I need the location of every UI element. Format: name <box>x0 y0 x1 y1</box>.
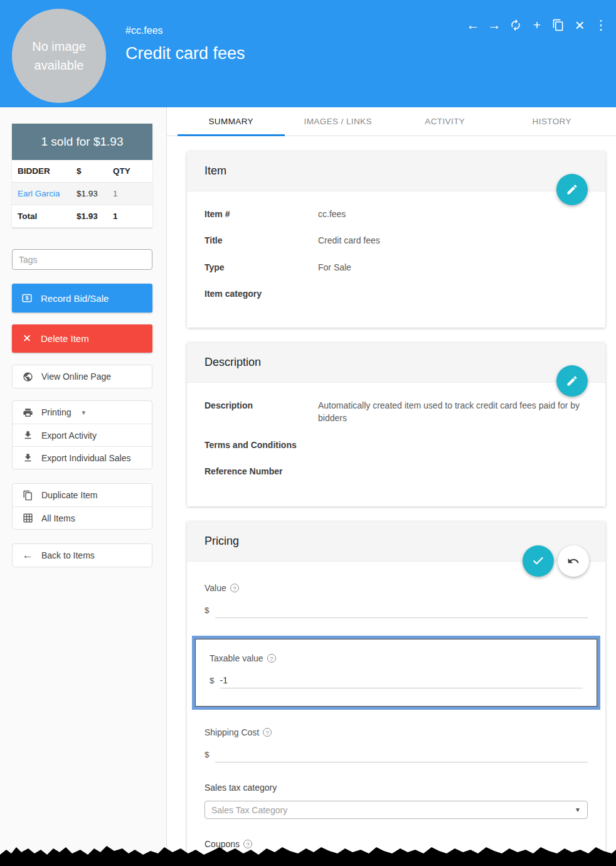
add-icon[interactable]: + <box>529 16 544 34</box>
header-toolbar: ← → + × ⋮ <box>465 16 608 34</box>
back-to-items-button[interactable]: ← Back to Items <box>13 544 152 567</box>
field-item-number: Item # cc.fees <box>204 208 588 220</box>
export-individual-sales-label: Export Individual Sales <box>41 453 130 463</box>
sales-tax-placeholder: Sales Tax Category <box>211 805 287 815</box>
tab-activity[interactable]: ACTIVITY <box>391 107 499 136</box>
pencil-icon <box>566 375 578 387</box>
sales-tax-label: Sales tax category <box>204 783 277 793</box>
close-icon[interactable]: × <box>572 16 587 34</box>
value-input[interactable] <box>215 602 588 618</box>
item-actions-group: Duplicate Item All Items <box>12 483 152 530</box>
more-vertical-icon[interactable]: ⋮ <box>593 16 608 34</box>
pencil-icon <box>566 183 578 196</box>
download-icon <box>22 452 33 464</box>
printing-button[interactable]: Printing ▾ <box>13 401 152 424</box>
printer-icon <box>22 407 33 418</box>
check-icon <box>532 555 544 567</box>
sales-tax-select[interactable]: Sales Tax Category ▼ <box>204 801 588 819</box>
export-individual-sales-button[interactable]: Export Individual Sales <box>13 446 152 469</box>
field-terms: Terms and Conditions <box>204 439 588 451</box>
delete-item-button[interactable]: ✕ Delete Item <box>12 324 152 353</box>
item-card: Item Item # cc.fees Title Credit card fe… <box>187 151 605 328</box>
view-online-page-button[interactable]: View Online Page <box>13 365 152 388</box>
bid-table-header: BIDDER $ QTY <box>12 160 152 183</box>
forward-arrow-icon[interactable]: → <box>487 16 502 34</box>
description-card: Description Description Automatically cr… <box>187 343 605 506</box>
shipping-cost-input[interactable] <box>215 746 588 762</box>
edit-description-button[interactable] <box>556 365 588 397</box>
field-item-category: Item category <box>204 287 588 300</box>
help-icon[interactable]: ? <box>230 584 239 592</box>
help-icon[interactable]: ? <box>267 654 276 663</box>
download-icon <box>22 430 33 441</box>
field-title: Title Credit card fees <box>204 234 588 247</box>
dollar-bill-icon: $ <box>21 292 33 304</box>
shipping-cost-label: Shipping Cost <box>204 727 259 737</box>
col-amount: $ <box>77 166 113 176</box>
item-card-title: Item <box>187 151 605 191</box>
sold-summary: 1 sold for $1.93 <box>12 124 152 160</box>
export-activity-button[interactable]: Export Activity <box>13 424 152 446</box>
bid-table: BIDDER $ QTY Earl Garcia $1.93 1 Total $… <box>12 160 152 228</box>
svg-text:$: $ <box>25 295 28 301</box>
grid-icon <box>22 513 33 524</box>
undo-icon <box>567 555 580 567</box>
printing-label: Printing <box>41 407 71 417</box>
col-qty: QTY <box>113 166 152 176</box>
all-items-button[interactable]: All Items <box>13 506 152 529</box>
delete-item-label: Delete Item <box>41 333 89 344</box>
currency-prefix: $ <box>204 606 210 618</box>
tab-bar: SUMMARY IMAGES / LINKS ACTIVITY HISTORY <box>167 107 616 136</box>
value-label: Value <box>204 583 226 593</box>
all-items-label: All Items <box>41 513 75 523</box>
back-group: ← Back to Items <box>12 543 152 567</box>
item-detail-page: No image available #cc.fees Credit card … <box>0 0 616 866</box>
globe-icon <box>22 371 33 382</box>
taxable-value-field: Taxable value ? $ <box>210 653 583 688</box>
help-icon[interactable]: ? <box>263 728 272 737</box>
tab-history[interactable]: HISTORY <box>499 107 606 136</box>
value-field: Value ? $ <box>204 583 588 618</box>
duplicate-item-label: Duplicate Item <box>41 490 97 500</box>
main-content: SUMMARY IMAGES / LINKS ACTIVITY HISTORY … <box>167 107 616 866</box>
field-description: Description Automatically created item u… <box>204 399 588 425</box>
avatar-text: No image available <box>26 37 92 75</box>
bidder-link[interactable]: Earl Garcia <box>18 189 60 198</box>
back-to-items-label: Back to Items <box>41 550 95 560</box>
view-online-group: View Online Page <box>12 365 152 388</box>
copy-icon[interactable] <box>551 16 566 34</box>
item-code: #cc.fees <box>125 25 245 36</box>
edit-item-button[interactable] <box>556 174 588 205</box>
field-type: Type For Sale <box>204 261 588 274</box>
sales-tax-field: Sales tax category Sales Tax Category ▼ <box>204 783 588 819</box>
taxable-value-label: Taxable value <box>210 653 263 663</box>
taxable-value-input[interactable] <box>220 672 583 688</box>
header-titles: #cc.fees Credit card fees <box>125 25 245 63</box>
currency-prefix: $ <box>210 676 215 688</box>
pricing-card: Pricing Value ? $ <box>187 521 605 866</box>
page-title: Credit card fees <box>125 44 245 63</box>
export-activity-label: Export Activity <box>41 430 97 441</box>
table-row: Earl Garcia $1.93 1 <box>12 183 152 205</box>
record-bid-sale-label: Record Bid/Sale <box>41 293 109 304</box>
copy-icon <box>22 489 33 501</box>
x-icon: ✕ <box>21 333 33 345</box>
total-label: Total <box>18 211 77 221</box>
back-arrow-icon[interactable]: ← <box>465 16 481 34</box>
tab-summary[interactable]: SUMMARY <box>178 107 285 136</box>
chevron-down-icon: ▾ <box>82 409 85 417</box>
duplicate-item-button[interactable]: Duplicate Item <box>13 484 152 506</box>
back-arrow-icon: ← <box>22 550 33 561</box>
bid-qty: 1 <box>113 189 152 198</box>
shipping-cost-field: Shipping Cost ? $ <box>204 727 588 762</box>
field-reference-number: Reference Number <box>204 465 588 478</box>
table-total-row: Total $1.93 1 <box>12 205 152 228</box>
currency-prefix: $ <box>204 750 210 762</box>
bid-amount: $1.93 <box>77 189 113 198</box>
refresh-icon[interactable] <box>508 16 523 34</box>
total-amount: $1.93 <box>77 211 113 221</box>
tab-images-links[interactable]: IMAGES / LINKS <box>285 107 392 136</box>
tags-input[interactable] <box>12 249 152 270</box>
record-bid-sale-button[interactable]: $ Record Bid/Sale <box>12 284 152 313</box>
chevron-down-icon: ▼ <box>575 806 581 813</box>
